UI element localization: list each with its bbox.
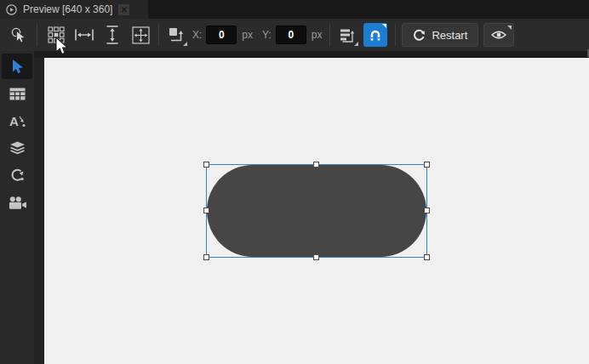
close-icon[interactable]: ✕ (118, 4, 129, 15)
main-area: A (0, 51, 589, 364)
y-unit-label: px (312, 29, 323, 41)
shape-selection-box[interactable] (206, 164, 427, 258)
panel-divider (34, 58, 44, 364)
fit-width-button[interactable] (72, 23, 96, 47)
magnet-icon (369, 29, 382, 42)
toolbar: X: px Y: px Restart (0, 19, 589, 51)
resize-handle-se[interactable] (424, 254, 430, 260)
svg-text:A: A (9, 114, 19, 128)
y-input[interactable] (276, 26, 306, 44)
resize-handle-e[interactable] (424, 208, 430, 213)
fit-height-icon (106, 26, 119, 44)
eye-icon (491, 30, 506, 40)
rounded-rectangle-shape[interactable] (207, 165, 426, 257)
resize-handle-s[interactable] (313, 254, 319, 260)
toolbar-separator (158, 24, 159, 46)
x-label: X: (192, 29, 202, 41)
dropdown-corner-icon (382, 24, 386, 28)
sidebar-item-flow[interactable] (2, 162, 32, 188)
sidebar-item-text-animation[interactable]: A (2, 108, 32, 134)
tool-sidebar: A (0, 51, 34, 364)
actual-size-button[interactable] (44, 23, 68, 47)
preview-visibility-button[interactable] (483, 23, 514, 47)
text-animation-icon: A (9, 114, 26, 128)
dropdown-corner-icon (183, 42, 187, 46)
resize-handle-sw[interactable] (203, 254, 209, 260)
interactive-pointer-button[interactable] (7, 23, 31, 47)
auto-scroll-icon (339, 27, 356, 43)
tab-bar: Preview [640 x 360] ✕ (0, 0, 589, 19)
dropdown-corner-icon (354, 42, 358, 46)
scale-mode-button[interactable] (164, 23, 188, 47)
canvas-top-strip (34, 51, 589, 58)
sidebar-item-select-tool[interactable] (2, 54, 32, 79)
interactive-pointer-icon (11, 27, 27, 43)
restart-button[interactable]: Restart (402, 23, 478, 47)
fit-height-button[interactable] (100, 23, 124, 47)
flow-icon (10, 168, 25, 182)
fit-width-icon (75, 28, 94, 42)
snapping-toggle-button[interactable] (363, 23, 387, 47)
stage-canvas[interactable] (44, 58, 589, 364)
canvas-panel (34, 51, 589, 364)
restart-label: Restart (432, 29, 467, 42)
restart-icon (413, 29, 426, 42)
preview-tab[interactable]: Preview [640 x 360] ✕ (0, 0, 148, 19)
camera-icon (9, 196, 26, 209)
auto-scroll-button[interactable] (335, 23, 359, 47)
fit-window-icon (132, 26, 150, 44)
fit-window-button[interactable] (129, 23, 152, 47)
layers-icon (9, 141, 26, 155)
y-label: Y: (262, 29, 272, 41)
resize-handle-nw[interactable] (203, 162, 209, 168)
sidebar-item-table[interactable] (2, 81, 32, 106)
resize-handle-ne[interactable] (424, 162, 430, 168)
x-input[interactable] (206, 26, 237, 44)
sidebar-item-camera[interactable] (2, 190, 32, 215)
toolbar-separator (395, 24, 396, 46)
x-unit-label: px (242, 29, 253, 41)
toolbar-separator (37, 24, 37, 46)
resize-handle-n[interactable] (313, 162, 319, 168)
dropdown-corner-icon (507, 26, 512, 30)
play-circle-icon (6, 4, 17, 15)
grid-icon (48, 26, 65, 43)
tab-title: Preview [640 x 360] (23, 3, 112, 15)
sidebar-item-layers[interactable] (2, 135, 32, 161)
preview-window: { "window": { "tab_title": "Preview [640… (0, 0, 589, 364)
scale-icon (168, 26, 185, 43)
resize-handle-w[interactable] (203, 208, 209, 213)
select-arrow-icon (10, 59, 25, 75)
table-icon (9, 88, 26, 100)
toolbar-separator (329, 24, 330, 46)
